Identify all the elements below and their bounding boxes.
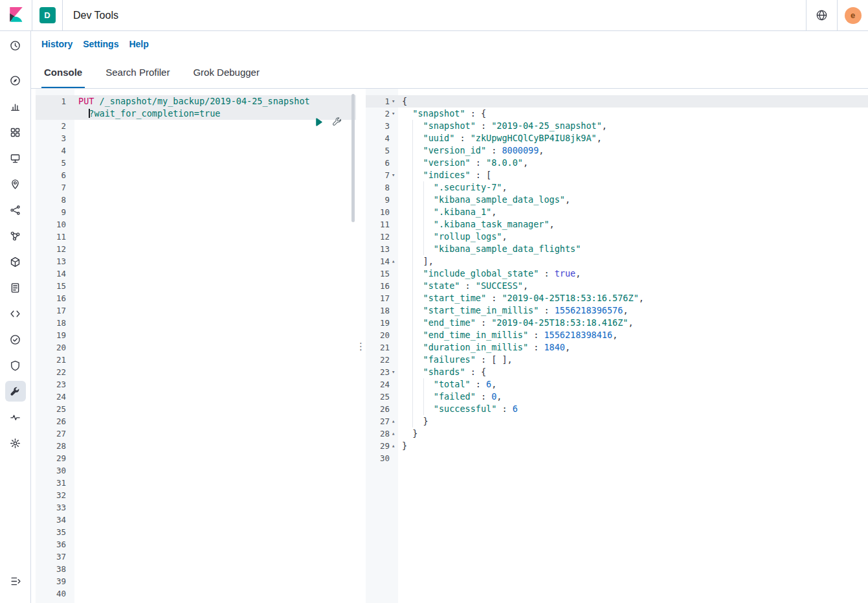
help-button[interactable]: [806, 0, 837, 30]
fold-toggle-icon[interactable]: ▾: [390, 108, 398, 120]
code-line[interactable]: [74, 267, 356, 280]
code-line[interactable]: [74, 206, 356, 218]
code-line[interactable]: [74, 575, 356, 587]
code-line[interactable]: [74, 427, 356, 440]
code-line[interactable]: [74, 452, 356, 464]
code-line[interactable]: "version_id" : 8000099,: [398, 144, 868, 157]
code-line[interactable]: "start_time_in_millis" : 1556218396576,: [398, 304, 868, 317]
sidebar-item-infrastructure[interactable]: [5, 251, 26, 272]
code-line[interactable]: "shards" : {: [398, 366, 868, 378]
code-line[interactable]: ".kibana_1",: [398, 206, 868, 218]
code-line[interactable]: [74, 415, 356, 427]
sidebar-item-machine-learning[interactable]: [5, 199, 26, 220]
code-line[interactable]: [74, 391, 356, 403]
code-line[interactable]: [74, 231, 356, 243]
code-line[interactable]: "end_time_in_millis" : 1556218398416,: [398, 329, 868, 341]
code-line[interactable]: [74, 255, 356, 267]
code-line[interactable]: "end_time" : "2019-04-25T18:53:18.416Z",: [398, 317, 868, 329]
sidebar-item-apm[interactable]: [5, 303, 26, 324]
sidebar-item-canvas[interactable]: [5, 148, 26, 168]
fold-toggle-icon[interactable]: ▴: [390, 255, 398, 267]
sidebar-item-recently-viewed[interactable]: [5, 35, 26, 56]
kibana-logo[interactable]: [0, 0, 32, 30]
code-line[interactable]: [74, 169, 356, 181]
sidebar-item-dashboard[interactable]: [5, 122, 26, 142]
code-line[interactable]: "snapshot" : {: [398, 108, 868, 120]
sidebar-item-uptime[interactable]: [5, 329, 26, 350]
code-line[interactable]: PUT /_snapshot/my_backup/2019-04-25_snap…: [74, 95, 356, 108]
code-line[interactable]: [74, 464, 356, 477]
code-line[interactable]: "uuid" : "zkUpwgHCQlCyBP4IU8jk9A",: [398, 132, 868, 144]
code-line[interactable]: [74, 144, 356, 157]
code-line[interactable]: "failed" : 0,: [398, 391, 868, 403]
code-line[interactable]: [74, 132, 356, 144]
code-line[interactable]: "duration_in_millis" : 1840,: [398, 341, 868, 354]
nav-help[interactable]: Help: [129, 39, 148, 49]
sidebar-item-visualize[interactable]: [5, 96, 26, 117]
sidebar-item-logs[interactable]: [5, 277, 26, 298]
code-line[interactable]: [74, 378, 356, 391]
code-line[interactable]: [74, 440, 356, 452]
response-editor[interactable]: 1▾{2▾"snapshot" : {3"snapshot" : "2019-0…: [366, 89, 868, 603]
code-line[interactable]: [74, 354, 356, 366]
code-line[interactable]: "indices" : [: [398, 169, 868, 181]
code-line[interactable]: "kibana_sample_data_flights": [398, 243, 868, 255]
fold-toggle-icon[interactable]: ▾: [390, 366, 398, 378]
code-line[interactable]: [74, 243, 356, 255]
tab-grok-debugger[interactable]: Grok Debugger: [190, 57, 262, 88]
sidebar-item-collapse[interactable]: [5, 571, 26, 591]
sidebar-item-discover[interactable]: [5, 70, 26, 91]
code-line[interactable]: [74, 501, 356, 514]
code-line[interactable]: [74, 304, 356, 317]
code-line[interactable]: "state" : "SUCCESS",: [398, 280, 868, 292]
fold-toggle-icon[interactable]: ▾: [390, 169, 398, 181]
code-line[interactable]: "version" : "8.0.0",: [398, 157, 868, 169]
tab-console[interactable]: Console: [41, 57, 85, 88]
sidebar-item-dev-tools[interactable]: [5, 381, 26, 402]
fold-toggle-icon[interactable]: ▾: [390, 95, 398, 108]
code-line[interactable]: [74, 514, 356, 526]
code-line[interactable]: [74, 366, 356, 378]
tab-search-profiler[interactable]: Search Profiler: [103, 57, 172, 88]
code-line[interactable]: [74, 157, 356, 169]
panel-resizer[interactable]: ⋮: [356, 89, 366, 603]
code-line[interactable]: [74, 292, 356, 304]
code-line[interactable]: ".kibana_task_manager",: [398, 218, 868, 231]
code-line[interactable]: [74, 551, 356, 563]
response-code[interactable]: 1▾{2▾"snapshot" : {3"snapshot" : "2019-0…: [366, 89, 868, 464]
code-line[interactable]: }: [398, 415, 868, 427]
code-line[interactable]: [74, 317, 356, 329]
code-line[interactable]: "rollup_logs",: [398, 231, 868, 243]
fold-toggle-icon[interactable]: ▴: [390, 427, 398, 440]
code-line[interactable]: [74, 218, 356, 231]
nav-history[interactable]: History: [41, 39, 72, 49]
code-line[interactable]: [74, 538, 356, 551]
code-line[interactable]: [74, 477, 356, 489]
sidebar-item-maps[interactable]: [5, 174, 26, 194]
code-line[interactable]: [74, 563, 356, 575]
scrollbar-thumb[interactable]: [351, 94, 355, 222]
code-line[interactable]: [74, 526, 356, 538]
code-line[interactable]: [74, 341, 356, 354]
code-line[interactable]: [74, 329, 356, 341]
code-line[interactable]: [74, 403, 356, 415]
user-menu-button[interactable]: e: [837, 0, 868, 30]
send-request-button[interactable]: [313, 117, 323, 129]
sidebar-item-graph[interactable]: [5, 225, 26, 246]
fold-toggle-icon[interactable]: ▴: [390, 440, 398, 452]
code-line[interactable]: [74, 280, 356, 292]
code-line[interactable]: [74, 489, 356, 501]
code-line[interactable]: [398, 452, 868, 464]
sidebar-item-management[interactable]: [5, 433, 26, 453]
code-line[interactable]: "kibana_sample_data_logs",: [398, 194, 868, 206]
code-line[interactable]: "total" : 6,: [398, 378, 868, 391]
request-code[interactable]: 1PUT /_snapshot/my_backup/2019-04-25_sna…: [36, 89, 356, 600]
code-line[interactable]: }: [398, 440, 868, 452]
code-line[interactable]: ],: [398, 255, 868, 267]
code-line[interactable]: "start_time" : "2019-04-25T18:53:16.576Z…: [398, 292, 868, 304]
request-editor[interactable]: 1PUT /_snapshot/my_backup/2019-04-25_sna…: [36, 89, 356, 603]
request-settings-button[interactable]: [332, 117, 342, 129]
sidebar-item-siem[interactable]: [5, 355, 26, 376]
code-line[interactable]: "failures" : [ ],: [398, 354, 868, 366]
code-line[interactable]: [74, 181, 356, 194]
